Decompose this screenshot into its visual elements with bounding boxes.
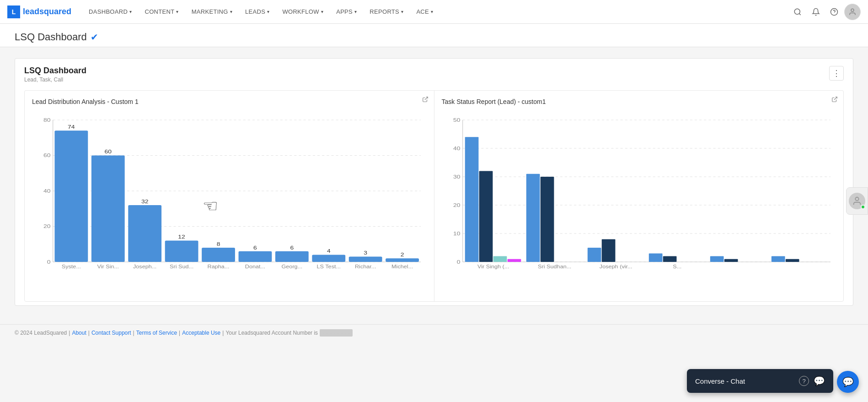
nav-item-apps[interactable]: APPS ▾	[330, 0, 363, 24]
svg-rect-80	[785, 259, 799, 262]
footer-acceptable-link[interactable]: Acceptable Use	[182, 330, 220, 336]
svg-line-1	[799, 13, 800, 15]
brand-prefix: lead	[23, 7, 39, 16]
footer: © 2024 LeadSquared | About | Contact Sup…	[0, 324, 868, 341]
svg-text:3: 3	[364, 250, 367, 256]
svg-rect-33	[239, 251, 272, 262]
chart2-bar-chart: 01020304050Vir Singh (...Sri Sudhan...Jo…	[442, 111, 836, 285]
svg-text:12: 12	[178, 234, 185, 240]
svg-text:4: 4	[327, 249, 331, 254]
svg-line-5	[424, 97, 427, 100]
footer-sep3: |	[179, 330, 180, 336]
user-avatar-button[interactable]	[844, 4, 861, 20]
svg-text:8: 8	[217, 241, 220, 247]
svg-rect-79	[771, 256, 785, 262]
svg-text:Donat...: Donat...	[245, 264, 265, 269]
notifications-button[interactable]	[808, 4, 824, 20]
svg-text:50: 50	[453, 117, 461, 123]
chevron-down-icon: ▾	[321, 9, 323, 14]
side-avatar-panel[interactable]	[846, 187, 868, 215]
chevron-down-icon: ▾	[176, 9, 178, 14]
side-avatar-image	[849, 193, 865, 209]
svg-text:20: 20	[43, 224, 51, 229]
chevron-down-icon: ▾	[230, 9, 232, 14]
svg-rect-18	[54, 130, 88, 262]
page-header: LSQ Dashboard ✔	[0, 24, 868, 47]
chart2-export-button[interactable]	[831, 96, 838, 104]
nav-item-dashboard[interactable]: DASHBOARD ▾	[82, 0, 138, 24]
svg-text:30: 30	[453, 174, 461, 179]
svg-rect-42	[349, 256, 382, 262]
svg-text:Vir Sin...: Vir Sin...	[97, 264, 119, 269]
svg-text:80: 80	[43, 117, 51, 123]
svg-text:Michel...: Michel...	[391, 264, 413, 269]
chart2-panel: Task Status Report (Lead) - custom1 0102…	[434, 91, 844, 301]
nav-item-content[interactable]: CONTENT ▾	[138, 0, 185, 24]
top-navigation: L leadsquared DASHBOARD ▾CONTENT ▾MARKET…	[0, 0, 868, 24]
online-status-dot	[861, 205, 865, 209]
svg-rect-30	[202, 248, 235, 262]
help-button[interactable]	[826, 4, 842, 20]
footer-sep2: |	[133, 330, 134, 336]
chevron-down-icon: ▾	[401, 9, 403, 14]
svg-rect-77	[710, 256, 723, 262]
footer-contact-link[interactable]: Contact Support	[91, 330, 131, 336]
footer-separator: |	[69, 330, 70, 336]
svg-text:Vir Singh (...: Vir Singh (...	[477, 264, 509, 269]
svg-text:20: 20	[453, 202, 461, 208]
main-content: LSQ Dashboard Lead, Task, Call ⋮ Lead Di…	[0, 47, 868, 324]
nav-item-leads[interactable]: LEADS ▾	[239, 0, 276, 24]
brand-name: leadsquared	[23, 7, 71, 16]
footer-terms-link[interactable]: Terms of Service	[136, 330, 177, 336]
search-button[interactable]	[789, 4, 806, 20]
svg-rect-21	[91, 156, 125, 262]
nav-item-workflow[interactable]: WORKFLOW ▾	[276, 0, 330, 24]
svg-rect-45	[386, 258, 419, 262]
svg-text:Rapha...: Rapha...	[208, 264, 230, 269]
svg-text:6: 6	[253, 245, 257, 250]
brand-suffix: squared	[39, 7, 71, 16]
footer-account-text: Your Leadsquared Account Number is	[225, 330, 318, 336]
logo-icon: L	[7, 5, 20, 18]
svg-rect-75	[663, 256, 676, 262]
svg-rect-78	[724, 259, 738, 262]
svg-rect-72	[601, 239, 615, 262]
footer-copyright: © 2024 LeadSquared	[15, 330, 67, 336]
chevron-down-icon: ▾	[267, 9, 269, 14]
chart2-title: Task Status Report (Lead) - custom1	[442, 98, 836, 105]
svg-text:40: 40	[453, 146, 461, 151]
dashboard-card-title: LSQ Dashboard	[24, 66, 86, 76]
svg-text:Sri Sud...: Sri Sud...	[170, 264, 193, 269]
more-options-button[interactable]: ⋮	[829, 66, 844, 81]
logo[interactable]: L leadsquared	[7, 5, 71, 18]
dashboard-card-header: LSQ Dashboard Lead, Task, Call ⋮	[24, 66, 844, 83]
svg-text:0: 0	[47, 259, 51, 265]
svg-point-81	[855, 197, 858, 201]
verified-icon: ✔	[91, 32, 98, 43]
svg-text:Georg...: Georg...	[281, 264, 302, 269]
chevron-down-icon: ▾	[354, 9, 357, 14]
svg-line-48	[834, 97, 837, 100]
topnav-icons	[789, 4, 861, 20]
svg-rect-66	[507, 259, 521, 262]
svg-rect-68	[526, 174, 540, 262]
nav-item-ace[interactable]: ACE ▾	[410, 0, 439, 24]
svg-rect-69	[540, 177, 554, 262]
svg-text:10: 10	[453, 231, 461, 236]
chevron-down-icon: ▾	[431, 9, 433, 14]
nav-item-reports[interactable]: REPORTS ▾	[363, 0, 410, 24]
footer-about-link[interactable]: About	[72, 330, 86, 336]
svg-text:60: 60	[43, 153, 51, 158]
svg-text:Syste...: Syste...	[62, 264, 81, 269]
footer-account-number: XXXXXXXX	[320, 329, 353, 337]
page-title-row: LSQ Dashboard ✔	[15, 31, 853, 43]
svg-text:40: 40	[43, 188, 51, 194]
page-title: LSQ Dashboard	[15, 31, 87, 43]
nav-item-marketing[interactable]: MARKETING ▾	[185, 0, 239, 24]
svg-rect-65	[493, 256, 507, 262]
svg-text:0: 0	[456, 259, 460, 265]
svg-text:S...: S...	[673, 264, 681, 269]
svg-text:6: 6	[290, 245, 294, 250]
svg-rect-71	[587, 248, 601, 262]
chart1-export-button[interactable]	[422, 96, 429, 104]
